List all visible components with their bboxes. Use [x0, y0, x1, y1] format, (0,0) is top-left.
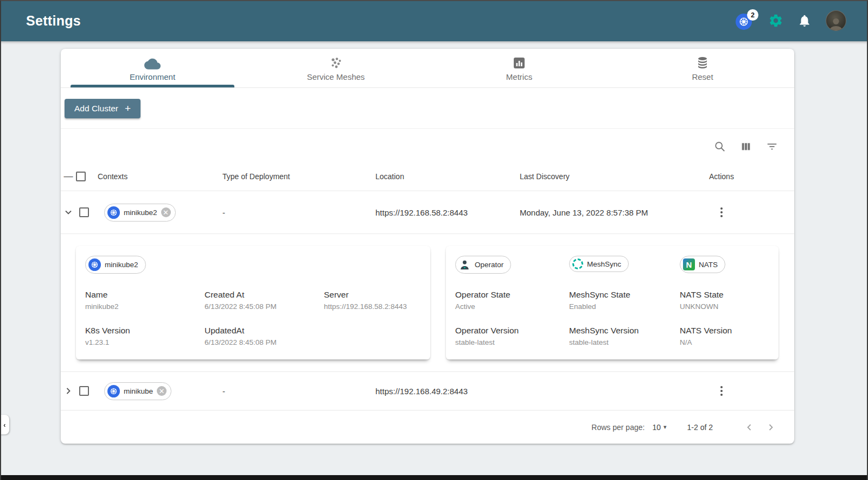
search-button[interactable]: [714, 141, 726, 153]
next-page-button[interactable]: [764, 420, 778, 434]
collapse-all-control[interactable]: —: [61, 171, 76, 182]
tab-service-meshes[interactable]: Service Meshes: [244, 49, 427, 87]
field-meshsync-version: MeshSync Version stable-latest: [569, 326, 680, 346]
row-checkbox[interactable]: [79, 207, 89, 217]
previous-page-button[interactable]: [742, 420, 756, 434]
tab-environment[interactable]: Environment: [61, 49, 244, 87]
tab-metrics[interactable]: Metrics: [427, 49, 611, 87]
chevron-right-icon: [65, 387, 72, 395]
filter-button[interactable]: [766, 141, 778, 153]
field-meshsync-state: MeshSync State Enabled: [569, 290, 680, 311]
expand-row-button[interactable]: [61, 387, 76, 395]
add-cluster-button[interactable]: Add Cluster +: [65, 99, 141, 118]
view-columns-button[interactable]: [740, 141, 752, 153]
remove-context-icon[interactable]: ✕: [161, 207, 171, 217]
column-location[interactable]: Location: [375, 172, 520, 181]
active-tab-indicator: [71, 85, 234, 87]
column-contexts[interactable]: Contexts: [98, 172, 222, 181]
field-operator-state: Operator State Active: [455, 290, 569, 311]
field-operator-version: Operator Version stable-latest: [455, 326, 569, 346]
chevron-left-icon: ‹: [3, 421, 5, 429]
table-row-minikube: minikube ✕ - https://192.168.49.2:8443: [61, 372, 794, 410]
avatar-silhouette-icon: [828, 16, 844, 30]
cluster-info-card: minikube2 Name minikube2 Created At 6/13…: [76, 246, 430, 359]
mesh-icon: [329, 55, 343, 70]
user-avatar[interactable]: [826, 10, 846, 31]
cell-deployment-type: -: [222, 387, 375, 396]
operator-info-card: Operator MeshSync N NATS: [446, 246, 778, 359]
column-actions: Actions: [709, 172, 794, 181]
meshsync-chip[interactable]: MeshSync: [569, 256, 629, 272]
context-chip-minikube2[interactable]: minikube2 ✕: [104, 204, 176, 222]
notifications-button[interactable]: [797, 14, 812, 28]
field-updated-at: UpdatedAt 6/13/2022 8:45:08 PM: [205, 326, 324, 346]
table-pagination: Rows per page: 10 ▾ 1-2 of 2: [61, 410, 794, 444]
pagination-range: 1-2 of 2: [687, 423, 713, 432]
field-created-at: Created At 6/13/2022 8:45:08 PM: [205, 290, 324, 311]
gear-icon: [768, 13, 783, 28]
page-title: Settings: [26, 13, 81, 29]
row-actions-menu-button[interactable]: [717, 205, 726, 219]
kubernetes-icon: [88, 258, 101, 271]
table-row-minikube2: minikube2 ✕ - https://192.168.58.2:8443 …: [61, 191, 794, 233]
field-nats-state: NATS State UNKNOWN: [680, 290, 769, 311]
chip-label: MeshSync: [587, 260, 624, 268]
cell-location: https://192.168.58.2:8443: [375, 208, 520, 217]
sidebar-collapse-toggle[interactable]: ‹: [0, 415, 9, 434]
table-toolbar: [61, 129, 794, 162]
remove-context-icon[interactable]: ✕: [157, 386, 167, 396]
select-all-checkbox[interactable]: [76, 172, 86, 181]
chip-label: Operator: [475, 261, 506, 269]
collapse-row-button[interactable]: [61, 209, 76, 216]
tab-label: Environment: [130, 72, 175, 81]
rows-per-page-select[interactable]: 10 ▾: [652, 423, 666, 432]
rows-per-page-value: 10: [652, 423, 661, 432]
tab-label: Service Meshes: [307, 72, 365, 81]
cluster-chip-minikube2[interactable]: minikube2: [85, 256, 146, 274]
context-count-badge: 2: [747, 9, 758, 21]
rows-per-page-label: Rows per page:: [591, 423, 644, 432]
nats-icon: N: [683, 258, 695, 270]
column-last-discovery[interactable]: Last Discovery: [520, 172, 709, 181]
settings-gear-button[interactable]: [768, 13, 783, 28]
operator-icon: [458, 258, 471, 271]
bottom-taskbar-edge: [0, 475, 868, 480]
filter-icon: [766, 141, 778, 153]
field-name: Name minikube2: [85, 290, 205, 311]
field-server: Server https://192.168.58.2:8443: [324, 290, 421, 311]
chevron-right-icon: [767, 424, 775, 431]
settings-tabs: Environment Service Meshes Metrics: [61, 49, 794, 88]
nats-chip[interactable]: N NATS: [680, 256, 725, 273]
add-cluster-label: Add Cluster: [74, 104, 118, 113]
tab-label: Metrics: [506, 72, 532, 81]
chip-label: minikube2: [105, 261, 141, 269]
chip-label: minikube: [124, 387, 153, 395]
cell-location: https://192.168.49.2:8443: [375, 387, 520, 396]
add-cluster-row: Add Cluster +: [61, 88, 794, 129]
bell-icon: [797, 14, 812, 28]
bar-chart-icon: [513, 55, 526, 70]
kubernetes-icon: [107, 206, 120, 219]
meshsync-icon: [572, 258, 583, 269]
tab-reset[interactable]: Reset: [611, 49, 794, 87]
chip-label: minikube2: [124, 209, 157, 217]
context-chip-minikube[interactable]: minikube ✕: [104, 382, 171, 400]
database-icon: [696, 55, 709, 70]
kubernetes-context-button[interactable]: 2: [736, 11, 754, 30]
table-header-row: — Contexts Type of Deployment Location L…: [61, 162, 794, 191]
field-k8s-version: K8s Version v1.23.1: [85, 326, 205, 346]
cell-deployment-type: -: [222, 208, 375, 217]
tab-label: Reset: [692, 72, 713, 81]
caret-down-icon: ▾: [663, 424, 667, 431]
row-checkbox[interactable]: [79, 386, 89, 396]
field-nats-version: NATS Version N/A: [680, 326, 769, 346]
operator-chip[interactable]: Operator: [455, 256, 511, 274]
row-actions-menu-button[interactable]: [717, 384, 726, 398]
chevron-down-icon: [65, 209, 72, 216]
kubernetes-icon: [107, 385, 120, 397]
cell-last-discovery: Monday, June 13, 2022 8:57:38 PM: [520, 208, 709, 217]
chevron-left-icon: [745, 424, 753, 431]
column-type-of-deployment[interactable]: Type of Deployment: [222, 172, 375, 181]
chip-label: NATS: [699, 261, 720, 269]
app-bar: Settings 2: [0, 0, 868, 41]
